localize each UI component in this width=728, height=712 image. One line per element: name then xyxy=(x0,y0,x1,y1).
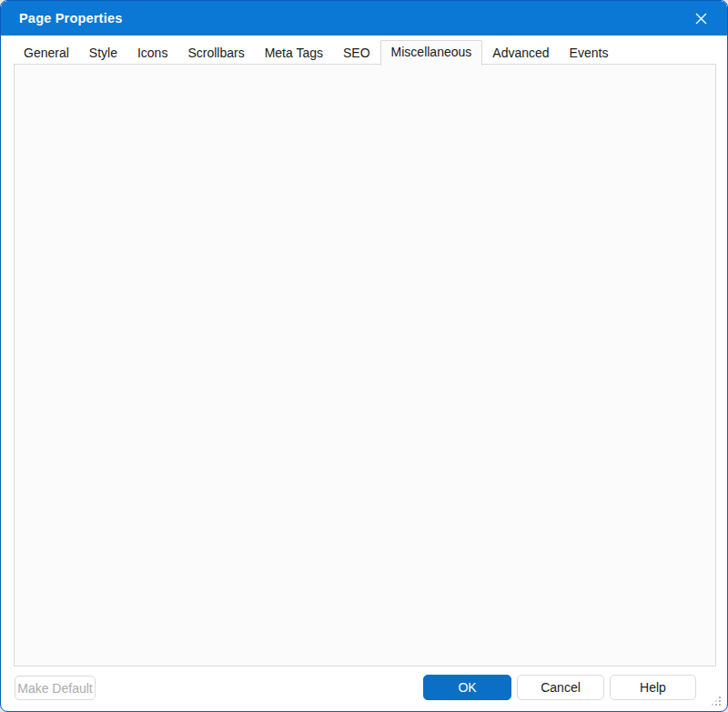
tab-seo[interactable]: SEO xyxy=(333,42,380,65)
x-close-icon xyxy=(695,13,707,25)
cancel-button[interactable]: Cancel xyxy=(517,675,604,700)
resize-grip[interactable] xyxy=(711,695,722,706)
page-properties-dialog: Page Properties General Style Icons Scro… xyxy=(0,0,728,712)
help-button[interactable]: Help xyxy=(610,675,696,700)
ok-button[interactable]: OK xyxy=(423,675,511,700)
tab-advanced[interactable]: Advanced xyxy=(482,42,559,65)
close-button[interactable] xyxy=(683,5,718,32)
tab-meta-tags[interactable]: Meta Tags xyxy=(255,42,333,65)
tab-events[interactable]: Events xyxy=(560,42,619,65)
tab-strip: General Style Icons Scrollbars Meta Tags… xyxy=(14,42,618,65)
tab-icons[interactable]: Icons xyxy=(127,42,177,65)
tab-content-panel xyxy=(14,64,716,666)
title-bar[interactable]: Page Properties xyxy=(1,1,727,36)
tab-style[interactable]: Style xyxy=(79,42,127,65)
tab-general[interactable]: General xyxy=(14,42,79,65)
window-title: Page Properties xyxy=(19,11,122,25)
make-default-button: Make Default xyxy=(15,676,96,700)
tab-miscellaneous[interactable]: Miscellaneous xyxy=(380,40,483,66)
tab-scrollbars[interactable]: Scrollbars xyxy=(177,42,254,65)
